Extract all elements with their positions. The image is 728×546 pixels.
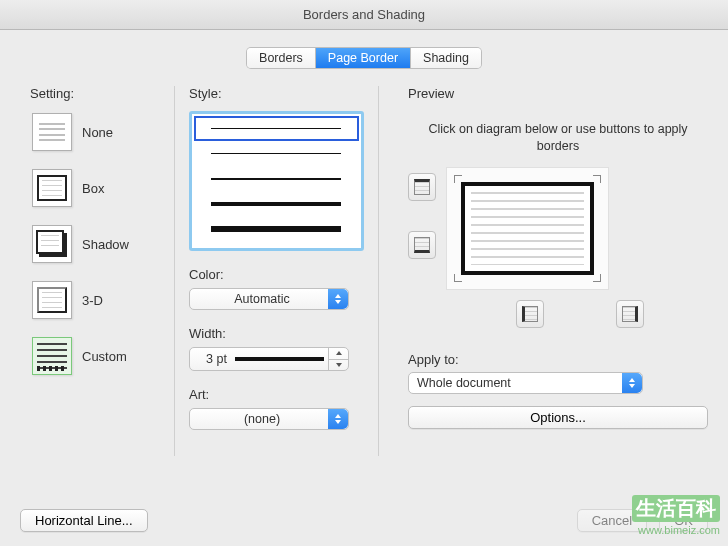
- style-option[interactable]: [194, 241, 359, 246]
- style-option[interactable]: [194, 216, 359, 241]
- setting-option-label: 3-D: [82, 293, 103, 308]
- setting-option-custom[interactable]: Custom: [30, 335, 170, 377]
- setting-option-label: Custom: [82, 349, 127, 364]
- color-label: Color:: [189, 267, 374, 282]
- tab-page-border[interactable]: Page Border: [315, 48, 410, 68]
- divider: [378, 86, 379, 456]
- apply-to-select[interactable]: Whole document: [408, 372, 643, 394]
- art-select[interactable]: (none): [189, 408, 349, 430]
- apply-to-label: Apply to:: [408, 352, 708, 367]
- window-titlebar: Borders and Shading: [0, 0, 728, 30]
- stepper-arrows-icon[interactable]: [328, 348, 348, 370]
- preview-diagram[interactable]: [446, 167, 609, 290]
- box-icon: [32, 169, 72, 207]
- color-value: Automatic: [234, 292, 290, 306]
- width-sample-icon: [235, 357, 324, 361]
- apply-to-value: Whole document: [417, 376, 511, 390]
- setting-option-label: Shadow: [82, 237, 129, 252]
- art-value: (none): [244, 412, 280, 426]
- setting-option-label: Box: [82, 181, 104, 196]
- style-option[interactable]: [194, 191, 359, 216]
- cancel-button[interactable]: Cancel: [577, 509, 647, 532]
- setting-label: Setting:: [30, 86, 170, 101]
- setting-option-none[interactable]: None: [30, 111, 170, 153]
- horizontal-line-button[interactable]: Horizontal Line...: [20, 509, 148, 532]
- dialog-content: Borders Page Border Shading Setting: Non…: [0, 30, 728, 546]
- style-option[interactable]: [194, 116, 359, 141]
- dropdown-caret-icon: [328, 409, 348, 429]
- style-option[interactable]: [194, 141, 359, 166]
- width-label: Width:: [189, 326, 374, 341]
- ok-button[interactable]: OK: [659, 509, 708, 532]
- style-column: Style: Color: Automatic Width: 3 pt: [179, 86, 374, 456]
- border-top-button[interactable]: [408, 173, 436, 201]
- threed-icon: [32, 281, 72, 319]
- style-listbox[interactable]: [189, 111, 364, 251]
- preview-page-icon: [461, 182, 594, 275]
- divider: [174, 86, 175, 456]
- preview-label: Preview: [408, 86, 708, 101]
- setting-column: Setting: None Box Shadow 3-D: [20, 86, 170, 456]
- window-title: Borders and Shading: [303, 7, 425, 22]
- border-bottom-button[interactable]: [408, 231, 436, 259]
- options-button[interactable]: Options...: [408, 406, 708, 429]
- art-label: Art:: [189, 387, 374, 402]
- setting-option-3d[interactable]: 3-D: [30, 279, 170, 321]
- dropdown-caret-icon: [622, 373, 642, 393]
- style-option[interactable]: [194, 166, 359, 191]
- custom-icon: [32, 337, 72, 375]
- preview-column: Preview Click on diagram below or use bu…: [383, 86, 708, 456]
- style-label: Style:: [189, 86, 374, 101]
- setting-option-box[interactable]: Box: [30, 167, 170, 209]
- border-right-button[interactable]: [616, 300, 644, 328]
- none-icon: [32, 113, 72, 151]
- width-stepper[interactable]: 3 pt: [189, 347, 349, 371]
- preview-instruction: Click on diagram below or use buttons to…: [408, 121, 708, 155]
- border-left-button[interactable]: [516, 300, 544, 328]
- tab-borders[interactable]: Borders: [247, 48, 315, 68]
- setting-option-shadow[interactable]: Shadow: [30, 223, 170, 265]
- shadow-icon: [32, 225, 72, 263]
- tab-bar: Borders Page Border Shading: [20, 48, 708, 68]
- dropdown-caret-icon: [328, 289, 348, 309]
- color-select[interactable]: Automatic: [189, 288, 349, 310]
- width-value: 3 pt: [206, 352, 227, 366]
- tab-shading[interactable]: Shading: [410, 48, 481, 68]
- setting-option-label: None: [82, 125, 113, 140]
